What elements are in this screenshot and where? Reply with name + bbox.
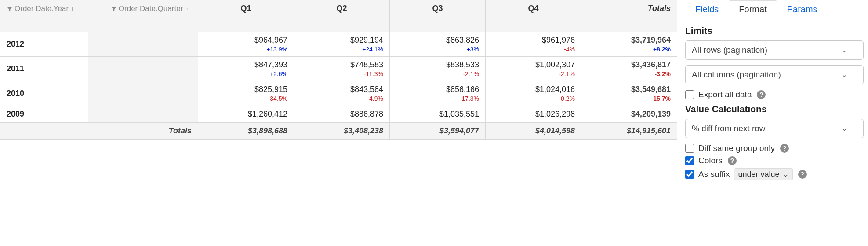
rows-limit-select[interactable]: All rows (pagination) ⌄ [685,40,864,60]
cell-pct: +3% [396,46,479,53]
row-total-cell: $3,436,817 -3.2% [581,57,677,81]
row-label[interactable]: 2012 [0,32,88,57]
cell-value: $838,533 [396,60,479,70]
sort-desc-icon[interactable]: ↓ [71,5,74,12]
table-row: 2011 $847,393 +2.6% $748,583 -11.3% $838… [0,57,677,81]
cell-value: $863,826 [396,36,479,45]
value-cell: $964,967 +13.9% [198,32,294,57]
tab-format[interactable]: Format [729,0,777,18]
valuecalc-select[interactable]: % diff from next row ⌄ [685,119,864,138]
grand-total-cell: $4,014,598 [486,123,581,140]
filter-icon[interactable] [111,5,117,11]
value-cell: $961,976 -4% [486,32,581,57]
empty-cell [88,57,198,81]
chevron-down-icon: ⌄ [842,71,847,79]
row-dimension-label: Order Date.Year [15,4,69,13]
cell-pct: -2.1% [396,70,479,77]
empty-cell [88,106,198,123]
cell-value: $929,194 [300,36,383,45]
suffix-position-select[interactable]: under value ⌄ [734,168,792,180]
cell-pct: -34.5% [204,95,287,102]
column-header[interactable]: Q3 [390,0,486,32]
cell-value: $961,976 [492,36,575,45]
empty-cell [88,81,198,106]
column-header[interactable]: Q2 [294,0,390,32]
cell-value: $3,436,817 [588,60,671,70]
colors-checkbox[interactable] [685,156,694,165]
as-suffix-checkbox[interactable] [685,170,694,179]
table-row: 2012 $964,967 +13.9% $929,194 +24.1% $86… [0,32,677,57]
cell-value: $843,584 [300,85,383,94]
colors-label: Colors [698,156,723,165]
valuecalc-value: % diff from next row [692,124,766,133]
row-total-cell: $3,719,964 +8.2% [581,32,677,57]
help-icon[interactable]: ? [757,90,766,99]
chevron-down-icon: ⌄ [782,169,789,179]
chevron-down-icon: ⌄ [842,125,847,132]
value-cell: $929,194 +24.1% [294,32,390,57]
sort-left-icon[interactable]: ← [185,5,192,12]
row-label[interactable]: 2010 [0,81,88,106]
col-dimension-label: Order Date.Quarter [119,4,183,13]
cell-value: $886,878 [300,110,383,119]
cell-value: $4,209,139 [588,110,671,119]
panel-tabs: Fields Format Params [685,0,864,18]
value-cell: $1,035,551 [390,106,486,123]
totals-column-header: Totals [581,0,677,32]
cols-limit-select[interactable]: All columns (pagination) ⌄ [685,65,864,84]
pivot-table: Order Date.Year ↓ Order Date.Quarter ← Q… [0,0,677,140]
cell-value: $3,549,681 [588,85,671,94]
filter-icon[interactable] [7,5,13,11]
row-label[interactable]: 2009 [0,106,88,123]
cell-value: $964,967 [204,36,287,45]
value-cell: $847,393 +2.6% [198,57,294,81]
cell-pct: +2.6% [204,70,287,77]
cell-pct: -2.1% [492,70,575,77]
row-dimension-header[interactable]: Order Date.Year ↓ [0,0,88,32]
value-cell: $856,166 -17.3% [390,81,486,106]
value-cell: $748,583 -11.3% [294,57,390,81]
format-panel: Fields Format Params Limits All rows (pa… [677,0,868,246]
diff-same-group-checkbox[interactable] [685,144,694,153]
grand-total-cell: $3,898,688 [198,123,294,140]
cell-value: $1,035,551 [396,110,479,119]
value-cell: $863,826 +3% [390,32,486,57]
value-cell: $1,260,412 [198,106,294,123]
cols-limit-value: All columns (pagination) [692,70,781,80]
value-cell: $838,533 -2.1% [390,57,486,81]
limits-heading: Limits [685,26,864,36]
tab-fields[interactable]: Fields [685,0,729,18]
export-all-checkbox[interactable] [685,90,694,99]
export-all-label: Export all data [698,90,752,99]
col-dimension-header[interactable]: Order Date.Quarter ← [88,0,198,32]
cell-pct: -17.3% [396,95,479,102]
help-icon[interactable]: ? [728,156,737,165]
cell-value: $748,583 [300,60,383,70]
cell-value: $1,026,298 [492,110,575,119]
cell-value: $825,915 [204,85,287,94]
help-icon[interactable]: ? [798,170,807,179]
cell-value: $856,166 [396,85,479,94]
suffix-position-value: under value [738,170,779,179]
grand-total-cell: $14,915,601 [581,123,677,140]
cell-pct: +8.2% [588,46,671,53]
tab-params[interactable]: Params [777,0,828,18]
value-cell: $1,026,298 [486,106,581,123]
value-cell: $886,878 [294,106,390,123]
chevron-down-icon: ⌄ [842,46,847,54]
value-cell: $825,915 -34.5% [198,81,294,106]
column-header[interactable]: Q1 [198,0,294,32]
table-row: 2009 $1,260,412 $886,878 $1,035,551 $1,0… [0,106,677,123]
column-header[interactable]: Q4 [486,0,581,32]
pivot-table-container: Order Date.Year ↓ Order Date.Quarter ← Q… [0,0,677,246]
row-total-cell: $4,209,139 [581,106,677,123]
grand-total-label: Totals [0,123,198,140]
rows-limit-value: All rows (pagination) [692,45,767,55]
help-icon[interactable]: ? [780,144,789,153]
cell-pct: -15.7% [588,95,671,102]
cell-pct: -3.2% [588,70,671,77]
row-label[interactable]: 2011 [0,57,88,81]
cell-value: $3,719,964 [588,36,671,45]
cell-pct: -4.9% [300,95,383,102]
cell-value: $1,260,412 [204,110,287,119]
